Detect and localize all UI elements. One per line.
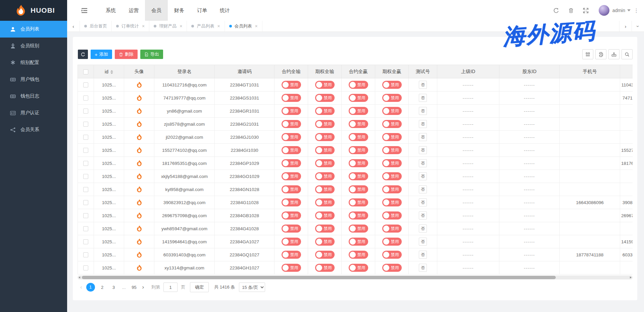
switch-option-all-win[interactable]: 禁用 bbox=[382, 146, 402, 154]
switch-contract-all-lose[interactable]: 禁用 bbox=[282, 120, 301, 128]
page-size-select[interactable]: 15 条/页 bbox=[239, 283, 265, 292]
scroll-left-arrow-icon[interactable] bbox=[79, 276, 80, 278]
switch-contract-all-win[interactable]: 禁用 bbox=[349, 198, 368, 206]
switch-contract-all-win[interactable]: 禁用 bbox=[349, 94, 368, 102]
jump-page-input[interactable] bbox=[163, 283, 178, 292]
switch-contract-all-lose[interactable]: 禁用 bbox=[282, 264, 301, 272]
sidebar-item-6[interactable]: 用户认证 bbox=[0, 105, 67, 121]
tab-close-icon[interactable]: × bbox=[180, 23, 182, 29]
refresh-button[interactable] bbox=[78, 50, 88, 59]
switch-option-all-lose[interactable]: 禁用 bbox=[315, 264, 335, 272]
row-checkbox[interactable] bbox=[83, 122, 88, 127]
row-checkbox[interactable] bbox=[83, 135, 88, 140]
nav-item-6[interactable]: 统计 bbox=[213, 0, 236, 21]
add-button[interactable]: + 添加 bbox=[91, 50, 112, 59]
sidebar-item-4[interactable]: 用户钱包 bbox=[0, 71, 67, 88]
switch-option-all-lose[interactable]: 禁用 bbox=[315, 238, 335, 246]
switch-contract-all-lose[interactable]: 禁用 bbox=[282, 251, 301, 259]
switch-option-all-win[interactable]: 禁用 bbox=[382, 251, 402, 259]
col-header-2[interactable]: id bbox=[94, 65, 124, 78]
delete-button[interactable]: 删除 bbox=[115, 50, 138, 59]
row-checkbox[interactable] bbox=[83, 265, 88, 270]
switch-contract-all-lose[interactable]: 禁用 bbox=[282, 211, 301, 220]
more-options-icon[interactable]: ⋮ bbox=[631, 0, 642, 21]
switch-contract-all-lose[interactable]: 禁用 bbox=[282, 94, 301, 102]
switch-option-all-win[interactable]: 禁用 bbox=[382, 185, 402, 193]
switch-contract-all-win[interactable]: 禁用 bbox=[349, 172, 368, 180]
fullscreen-icon[interactable] bbox=[579, 0, 593, 21]
switch-contract-all-lose[interactable]: 禁用 bbox=[282, 238, 301, 246]
nav-item-1[interactable]: 系统 bbox=[99, 0, 122, 21]
switch-contract-all-win[interactable]: 禁用 bbox=[349, 225, 368, 233]
search-button[interactable] bbox=[622, 49, 633, 59]
switch-option-all-lose[interactable]: 禁用 bbox=[315, 81, 335, 89]
trash-icon[interactable] bbox=[564, 0, 579, 21]
row-checkbox[interactable] bbox=[83, 82, 88, 87]
switch-contract-all-win[interactable]: 禁用 bbox=[349, 238, 368, 246]
menu-toggle-icon[interactable] bbox=[79, 0, 89, 21]
tab-3[interactable]: 理财产品× bbox=[149, 21, 187, 32]
next-page-icon[interactable]: › bbox=[140, 284, 147, 291]
switch-contract-all-lose[interactable]: 禁用 bbox=[282, 107, 301, 115]
scroll-right-arrow-icon[interactable] bbox=[630, 276, 632, 278]
tab-2[interactable]: 订单统计× bbox=[112, 21, 149, 32]
nav-item-3[interactable]: 会员 bbox=[145, 0, 168, 21]
switch-contract-all-win[interactable]: 禁用 bbox=[349, 107, 368, 115]
export-button[interactable]: 导出 bbox=[140, 50, 163, 59]
export-data-button[interactable] bbox=[608, 49, 620, 59]
row-checkbox[interactable] bbox=[83, 161, 88, 166]
switch-option-all-win[interactable]: 禁用 bbox=[382, 211, 402, 220]
tabs-menu-icon[interactable]: › bbox=[632, 21, 644, 32]
tab-close-icon[interactable]: × bbox=[255, 23, 258, 29]
tabs-scroll-right-icon[interactable]: › bbox=[619, 21, 632, 32]
switch-option-all-lose[interactable]: 禁用 bbox=[315, 94, 335, 102]
switch-option-all-win[interactable]: 禁用 bbox=[382, 107, 402, 115]
sidebar-item-5[interactable]: 钱包日志 bbox=[0, 88, 67, 105]
switch-option-all-win[interactable]: 禁用 bbox=[382, 172, 402, 180]
switch-contract-all-win[interactable]: 禁用 bbox=[349, 146, 368, 154]
tab-close-icon[interactable]: × bbox=[217, 23, 220, 29]
switch-contract-all-lose[interactable]: 禁用 bbox=[282, 198, 301, 206]
row-checkbox[interactable] bbox=[83, 187, 88, 192]
switch-contract-all-win[interactable]: 禁用 bbox=[349, 185, 368, 193]
switch-contract-all-lose[interactable]: 禁用 bbox=[282, 133, 301, 141]
switch-option-all-win[interactable]: 禁用 bbox=[382, 238, 402, 246]
switch-option-all-lose[interactable]: 禁用 bbox=[315, 211, 335, 220]
nav-item-5[interactable]: 订单 bbox=[191, 0, 213, 21]
switch-contract-all-lose[interactable]: 禁用 bbox=[282, 225, 301, 233]
page-number-1[interactable]: 1 bbox=[86, 283, 95, 292]
switch-contract-all-lose[interactable]: 禁用 bbox=[282, 185, 301, 193]
tab-5[interactable]: 会员列表× bbox=[225, 21, 262, 32]
switch-option-all-win[interactable]: 禁用 bbox=[382, 198, 402, 206]
nav-item-2[interactable]: 运营 bbox=[122, 0, 145, 21]
sort-icon[interactable] bbox=[110, 70, 113, 74]
switch-option-all-win[interactable]: 禁用 bbox=[382, 225, 402, 233]
switch-option-all-lose[interactable]: 禁用 bbox=[315, 185, 335, 193]
user-menu[interactable]: admin bbox=[612, 8, 631, 13]
row-checkbox[interactable] bbox=[83, 96, 88, 101]
switch-option-all-win[interactable]: 禁用 bbox=[382, 133, 402, 141]
row-checkbox[interactable] bbox=[83, 148, 88, 153]
switch-option-all-win[interactable]: 禁用 bbox=[382, 94, 402, 102]
page-number-3[interactable]: 3 bbox=[110, 285, 118, 290]
switch-option-all-win[interactable]: 禁用 bbox=[382, 159, 402, 167]
row-checkbox[interactable] bbox=[83, 213, 88, 218]
tab-close-icon[interactable]: × bbox=[142, 23, 145, 29]
row-checkbox[interactable] bbox=[83, 174, 88, 179]
switch-option-all-lose[interactable]: 禁用 bbox=[315, 146, 335, 154]
switch-contract-all-win[interactable]: 禁用 bbox=[349, 211, 368, 220]
switch-option-all-win[interactable]: 禁用 bbox=[382, 264, 402, 272]
tab-1[interactable]: 后台首页 bbox=[80, 21, 112, 32]
switch-option-all-lose[interactable]: 禁用 bbox=[315, 225, 335, 233]
nav-item-4[interactable]: 财务 bbox=[168, 0, 191, 21]
switch-contract-all-win[interactable]: 禁用 bbox=[349, 251, 368, 259]
row-checkbox[interactable] bbox=[83, 239, 88, 244]
switch-option-all-lose[interactable]: 禁用 bbox=[315, 172, 335, 180]
scrollbar-thumb[interactable] bbox=[82, 276, 556, 279]
print-button[interactable] bbox=[595, 49, 606, 59]
switch-option-all-win[interactable]: 禁用 bbox=[382, 120, 402, 128]
switch-contract-all-win[interactable]: 禁用 bbox=[349, 264, 368, 272]
switch-option-all-win[interactable]: 禁用 bbox=[382, 81, 402, 89]
columns-filter-button[interactable] bbox=[582, 49, 593, 59]
sidebar-item-7[interactable]: 会员关系 bbox=[0, 121, 67, 138]
